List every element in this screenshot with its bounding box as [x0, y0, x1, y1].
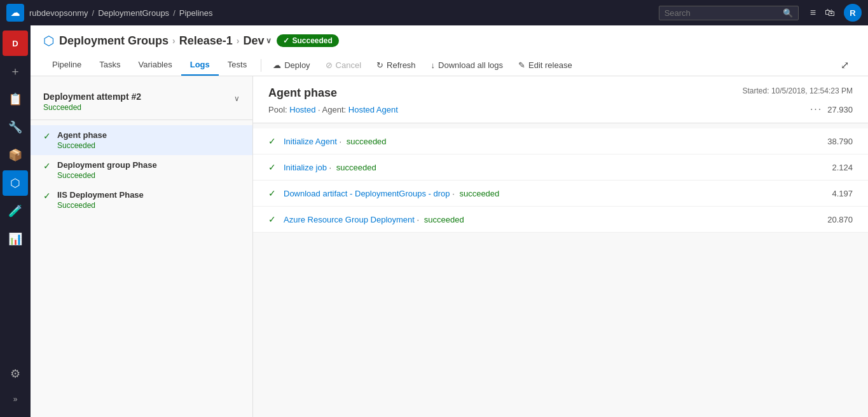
chevron-right-icon-2: › — [237, 36, 240, 46]
left-panel: Deployment attempt #2 Succeeded ∨ ✓ Agen… — [31, 76, 253, 417]
tab-tests[interactable]: Tests — [219, 55, 256, 76]
deployment-attempt-title: Deployment attempt #2 — [43, 92, 141, 102]
phase-item-iis[interactable]: ✓ IIS Deployment Phase Succeeded — [31, 185, 252, 215]
task-link-3[interactable]: Download artifact - DeploymentGroups - d… — [284, 189, 450, 198]
phase-status-iis: Succeeded — [57, 201, 144, 210]
task-check-icon-4: ✓ — [268, 214, 276, 224]
bag-icon[interactable]: 🛍 — [825, 7, 835, 18]
deploy-button[interactable]: ☁ Deploy — [266, 57, 316, 74]
expand-button[interactable]: ⤢ — [834, 55, 855, 75]
edit-release-button[interactable]: ✎ Edit release — [512, 57, 579, 74]
refresh-button[interactable]: ↻ Refresh — [370, 57, 422, 74]
refresh-label: Refresh — [387, 60, 416, 70]
attempt-chevron-icon[interactable]: ∨ — [234, 94, 240, 103]
phase-check-icon-2: ✓ — [43, 161, 51, 171]
breadcrumb: rubdevopsonmy / DeploymentGroups / Pipel… — [29, 8, 213, 18]
menu-icon[interactable]: ≡ — [810, 7, 816, 18]
user-avatar[interactable]: R — [844, 4, 862, 22]
agent-link[interactable]: Hosted Agent — [348, 105, 398, 114]
chevron-right-icon: › — [172, 36, 176, 46]
tab-tasks[interactable]: Tasks — [90, 55, 129, 76]
page-header: ⬡ Deployment Groups › Release-1 › Dev ∨ … — [31, 25, 868, 76]
tasks-list: ✓ Initialize Agent · succeeded 38.790 ✓ … — [253, 123, 868, 238]
phase-total-duration: 27.930 — [827, 105, 853, 114]
phase-status-agent: Succeeded — [57, 141, 107, 150]
nav-icons: ≡ 🛍 R — [810, 4, 862, 22]
task-name-3: Download artifact - DeploymentGroups - d… — [284, 189, 824, 198]
search-input[interactable] — [665, 8, 779, 18]
task-status-2: succeeded — [336, 163, 376, 172]
toolbar-divider — [261, 59, 261, 72]
task-duration-3: 4.197 — [832, 189, 853, 198]
sidebar-item-user[interactable]: D — [3, 31, 28, 56]
deploy-label: Deploy — [284, 60, 310, 70]
page-breadcrumb-title: Deployment Groups › Release-1 › Dev ∨ — [59, 34, 272, 48]
sidebar-item-expand[interactable]: » — [3, 386, 28, 412]
more-options-icon[interactable]: ··· — [810, 104, 822, 115]
task-link-4[interactable]: Azure Resource Group Deployment — [284, 215, 415, 224]
download-icon: ↓ — [431, 60, 436, 70]
sidebar-item-overview[interactable]: 📋 — [3, 86, 28, 112]
task-duration: 38.790 — [827, 137, 853, 146]
phase-item-agent[interactable]: ✓ Agent phase Succeeded — [31, 125, 252, 155]
deployment-attempt: Deployment attempt #2 Succeeded ∨ — [31, 86, 252, 120]
task-item[interactable]: ✓ Download artifact - DeploymentGroups -… — [253, 181, 868, 207]
tab-pipeline[interactable]: Pipeline — [43, 55, 90, 76]
task-link-2[interactable]: Initialize job — [284, 163, 327, 172]
sidebar-item-settings[interactable]: ⚙ — [3, 361, 28, 386]
environment-dropdown[interactable]: Dev ∨ — [243, 34, 272, 48]
breadcrumb-link-deployment[interactable]: DeploymentGroups — [98, 8, 169, 18]
search-icon: 🔍 — [783, 8, 793, 18]
sidebar-item-deployment-groups[interactable]: ⬡ — [3, 170, 28, 196]
tab-variables[interactable]: Variables — [130, 55, 181, 76]
sidebar-item-add[interactable]: ＋ — [3, 58, 28, 84]
title-release: Release-1 — [179, 34, 233, 48]
task-name: Initialize Agent · succeeded — [284, 137, 820, 146]
phase-name-agent: Agent phase — [57, 130, 107, 140]
toolbar-tabs: Pipeline Tasks Variables Logs Tests — [43, 55, 256, 76]
agent-phase-pool: Pool: Hosted · Agent: Hosted Agent — [268, 105, 398, 114]
task-status: succeeded — [347, 137, 387, 146]
task-item[interactable]: ✓ Initialize Agent · succeeded 38.790 — [253, 128, 868, 154]
phase-name-iis: IIS Deployment Phase — [57, 190, 144, 200]
cancel-label: Cancel — [336, 60, 361, 70]
phase-item-deployment-group[interactable]: ✓ Deployment group Phase Succeeded — [31, 155, 252, 185]
download-logs-label: Download all logs — [438, 60, 503, 70]
tab-logs[interactable]: Logs — [181, 55, 219, 76]
body-split: Deployment attempt #2 Succeeded ∨ ✓ Agen… — [31, 76, 868, 417]
sidebar-item-test[interactable]: 🧪 — [3, 198, 28, 224]
download-logs-button[interactable]: ↓ Download all logs — [425, 57, 509, 74]
toolbar-actions: ☁ Deploy ⊘ Cancel ↻ Refresh ↓ Download a… — [266, 57, 579, 74]
cancel-button: ⊘ Cancel — [319, 57, 368, 74]
search-bar[interactable]: 🔍 — [659, 6, 799, 20]
task-link[interactable]: Initialize Agent — [284, 137, 337, 146]
check-icon: ✓ — [283, 36, 289, 45]
task-status-4: succeeded — [424, 215, 464, 224]
task-name-4: Azure Resource Group Deployment · succee… — [284, 215, 820, 224]
agent-phase-started: Started: 10/5/2018, 12:54:23 PM — [743, 86, 853, 95]
deployment-groups-icon: ⬡ — [43, 33, 54, 48]
phase-check-icon-3: ✓ — [43, 191, 51, 201]
sidebar-item-reports[interactable]: 📊 — [3, 226, 28, 252]
phase-status-deployment-group: Succeeded — [57, 171, 157, 180]
breadcrumb-link-pipelines[interactable]: Pipelines — [179, 8, 213, 18]
pool-link[interactable]: Hosted — [289, 105, 315, 114]
sidebar-item-releases[interactable]: 📦 — [3, 142, 28, 168]
icon-sidebar: D ＋ 📋 🔧 📦 ⬡ 🧪 📊 ⚙ » — [0, 25, 31, 417]
task-item[interactable]: ✓ Azure Resource Group Deployment · succ… — [253, 207, 868, 233]
task-name-2: Initialize job · succeeded — [284, 163, 824, 172]
breadcrumb-link-org[interactable]: rubdevopsonmy — [29, 8, 88, 18]
dropdown-chevron-icon: ∨ — [266, 36, 272, 45]
toolbar: Pipeline Tasks Variables Logs Tests ☁ De… — [43, 55, 855, 76]
task-check-icon: ✓ — [268, 136, 276, 146]
app-logo[interactable]: ☁ — [6, 4, 24, 22]
agent-phase-title: Agent phase — [268, 86, 337, 100]
title-deployment-groups: Deployment Groups — [59, 34, 169, 48]
task-check-icon-2: ✓ — [268, 162, 276, 172]
right-panel: Agent phase Started: 10/5/2018, 12:54:23… — [253, 76, 868, 417]
content-area: ⬡ Deployment Groups › Release-1 › Dev ∨ … — [31, 25, 868, 417]
sidebar-item-builds[interactable]: 🔧 — [3, 114, 28, 140]
task-item[interactable]: ✓ Initialize job · succeeded 2.124 — [253, 154, 868, 181]
refresh-icon: ↻ — [376, 60, 383, 70]
deploy-icon: ☁ — [273, 60, 281, 70]
